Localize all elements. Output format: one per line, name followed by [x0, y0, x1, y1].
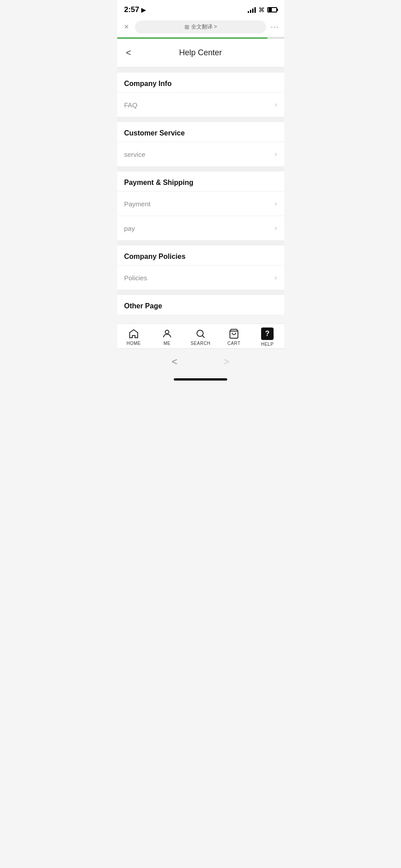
browser-bar: × ⊞ 全文翻译 > ··· [117, 17, 284, 37]
nav-label-help: HELP [261, 342, 274, 347]
nav-item-help[interactable]: ? HELP [251, 328, 284, 347]
chevron-right-icon: › [274, 101, 277, 109]
back-button[interactable]: < [124, 46, 133, 60]
menu-item-service[interactable]: service › [117, 142, 284, 166]
separator-5 [117, 290, 284, 295]
section-header-text: Company Policies [124, 253, 186, 260]
nav-item-me[interactable]: ME [151, 328, 184, 346]
search-icon [195, 328, 206, 339]
separator-3 [117, 166, 284, 172]
signal-icon [248, 7, 256, 13]
browser-back-button[interactable]: < [166, 354, 183, 369]
url-bar[interactable]: ⊞ 全文翻译 > [135, 20, 266, 33]
close-button[interactable]: × [123, 20, 131, 33]
status-time: 2:57 ▶ [124, 5, 146, 14]
menu-item-label: pay [124, 225, 135, 232]
nav-item-home[interactable]: HOME [117, 328, 151, 346]
svg-point-0 [165, 330, 169, 334]
nav-label-home: HOME [127, 341, 141, 346]
nav-label-cart: CART [227, 341, 240, 346]
home-bar [174, 378, 227, 381]
chevron-right-icon: › [274, 200, 277, 208]
menu-item-label: Policies [124, 274, 147, 282]
section-customer-service: Customer Service [117, 122, 284, 142]
section-payment-shipping: Payment & Shipping [117, 172, 284, 191]
separator-2 [117, 117, 284, 122]
section-header-text: Company Info [124, 80, 172, 87]
url-icon: ⊞ [184, 24, 189, 30]
section-company-policies: Company Policies [117, 246, 284, 265]
svg-line-2 [203, 336, 205, 338]
page-header: < Help Center [117, 39, 284, 67]
section-header-text: Other Page [124, 302, 162, 310]
separator-4 [117, 240, 284, 246]
person-icon [162, 328, 172, 339]
home-indicator [117, 375, 284, 382]
chevron-right-icon: › [274, 224, 277, 232]
cart-icon [229, 328, 239, 339]
separator-1 [117, 67, 284, 73]
section-company-info: Company Info [117, 73, 284, 92]
location-icon: ▶ [141, 7, 146, 13]
menu-item-label: FAQ [124, 101, 138, 109]
menu-item-label: Payment [124, 200, 151, 208]
menu-item-pay[interactable]: pay › [117, 216, 284, 240]
section-header-text: Payment & Shipping [124, 179, 194, 186]
nav-item-cart[interactable]: CART [217, 328, 251, 346]
menu-item-label: service [124, 151, 146, 158]
bottom-nav: HOME ME SEARCH CART ? HELP [117, 323, 284, 348]
section-header-text: Customer Service [124, 129, 185, 137]
help-icon: ? [261, 328, 274, 340]
nav-label-search: SEARCH [191, 341, 211, 346]
nav-label-me: ME [164, 341, 171, 346]
more-button[interactable]: ··· [270, 22, 278, 32]
menu-item-faq[interactable]: FAQ › [117, 92, 284, 117]
browser-nav: < > [117, 348, 284, 375]
browser-forward-button[interactable]: > [218, 354, 235, 369]
svg-point-1 [197, 330, 203, 336]
status-icons: ⌘ [248, 6, 277, 13]
home-icon [128, 328, 139, 339]
section-other-page: Other Page [117, 295, 284, 315]
menu-item-policies[interactable]: Policies › [117, 265, 284, 290]
translate-badge: 全文翻译 > [191, 23, 217, 31]
spacer [117, 315, 284, 323]
page-title: Help Center [179, 48, 222, 57]
menu-item-payment[interactable]: Payment › [117, 191, 284, 216]
chevron-right-icon: › [274, 150, 277, 158]
battery-icon [267, 7, 277, 12]
nav-item-search[interactable]: SEARCH [184, 328, 217, 346]
wifi-icon: ⌘ [258, 6, 265, 13]
status-bar: 2:57 ▶ ⌘ [117, 0, 284, 17]
chevron-right-icon: › [274, 274, 277, 282]
